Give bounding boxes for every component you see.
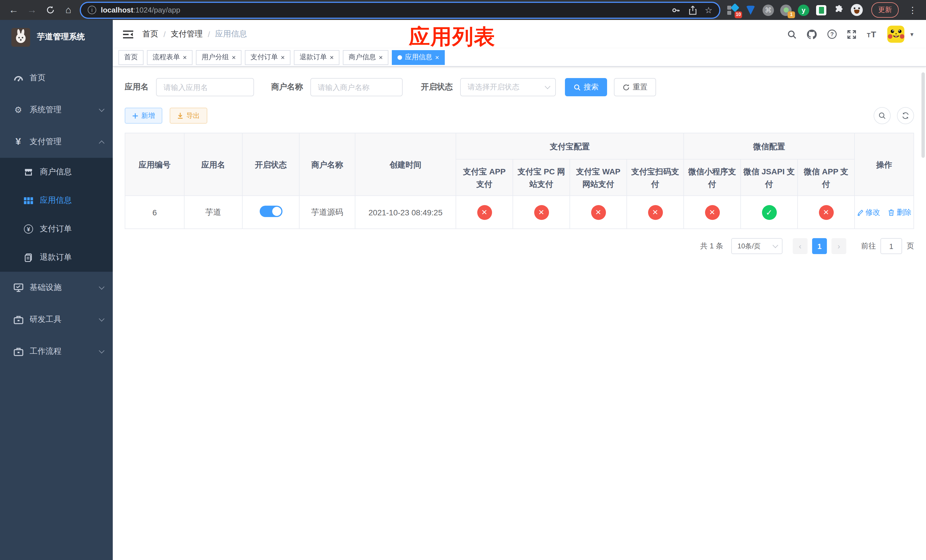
add-button[interactable]: 新增	[125, 107, 162, 124]
breadcrumb-payment[interactable]: 支付管理	[171, 29, 203, 39]
ext-recorder-icon[interactable]: 1	[780, 4, 791, 16]
site-info-icon[interactable]: i	[88, 6, 96, 14]
page-size-select[interactable]: 10条/页	[731, 238, 782, 254]
tab-item[interactable]: 流程表单×	[147, 50, 192, 65]
monitor-icon	[12, 283, 24, 292]
prev-page-button[interactable]: ‹	[793, 238, 808, 254]
close-icon[interactable]: ×	[183, 54, 187, 61]
alipay-qr-status-icon	[648, 205, 663, 219]
share-icon[interactable]	[688, 5, 697, 15]
tab-item[interactable]: 退款订单×	[294, 50, 339, 65]
user-avatar[interactable]	[888, 26, 905, 43]
sidebar-toggle-icon[interactable]	[123, 30, 133, 38]
sidebar-item-infrastructure[interactable]: 基础设施	[0, 272, 113, 304]
sidebar-item-label: 首页	[30, 73, 104, 83]
cell-status	[242, 196, 299, 229]
tab-item[interactable]: 首页	[118, 50, 144, 65]
delete-link[interactable]: 删除	[888, 207, 911, 217]
cell-create-time: 2021-10-23 08:49:25	[355, 196, 456, 229]
browser-menu-icon[interactable]: ⋮	[905, 5, 919, 15]
close-icon[interactable]: ×	[232, 54, 236, 61]
hide-search-button[interactable]	[874, 107, 891, 124]
browser-home-icon[interactable]: ⌂	[61, 2, 76, 18]
scrollbar-thumb[interactable]	[921, 73, 925, 158]
sidebar-item-merchant-info[interactable]: 商户信息	[0, 158, 113, 186]
extensions-puzzle-icon[interactable]	[833, 4, 844, 16]
url-text[interactable]: localhost:1024/pay/app	[101, 6, 667, 14]
sidebar-item-app-info[interactable]: 应用信息	[0, 186, 113, 215]
goto-unit: 页	[906, 241, 914, 251]
export-button[interactable]: 导出	[170, 107, 207, 124]
tab-item[interactable]: 用户分组×	[196, 50, 242, 65]
wechat-jsapi-status-icon	[762, 205, 776, 219]
table-toolbar: 新增 导出	[125, 107, 914, 124]
password-key-icon[interactable]	[671, 5, 680, 15]
sidebar-item-payment-orders[interactable]: ¥ 支付订单	[0, 215, 113, 243]
col-alipay-app: 支付宝 APP 支付	[456, 159, 513, 196]
github-icon[interactable]	[807, 29, 817, 39]
tab-item-active[interactable]: 应用信息×	[392, 50, 445, 65]
sidebar-item-refund-orders[interactable]: 退款订单	[0, 243, 113, 272]
sidebar-item-label: 工作流程	[30, 347, 100, 357]
group-wechat-config: 微信配置	[684, 133, 855, 159]
col-wechat-app: 微信 APP 支付	[797, 159, 855, 196]
sidebar-item-home[interactable]: 首页	[0, 62, 113, 94]
address-bar[interactable]: i localhost:1024/pay/app ☆	[81, 3, 719, 17]
close-icon[interactable]: ×	[435, 54, 439, 61]
breadcrumb-home[interactable]: 首页	[142, 29, 158, 39]
bookmark-star-icon[interactable]: ☆	[705, 5, 713, 15]
browser-update-button[interactable]: 更新	[872, 2, 899, 18]
ext-devtools-icon[interactable]: 10	[727, 4, 738, 16]
ext-yuque-icon[interactable]: y	[798, 4, 809, 16]
tags-view-bar: 首页 流程表单× 用户分组× 支付订单× 退款订单× 商户信息× 应用信息×	[113, 48, 926, 67]
ext-notes-icon[interactable]	[816, 4, 827, 16]
reset-button[interactable]: 重置	[614, 78, 656, 96]
svg-text:?: ?	[831, 31, 834, 37]
app-logo[interactable]: 芋道管理系统	[0, 20, 113, 54]
merchant-name-input[interactable]	[310, 78, 402, 96]
yen-circle-icon: ¥	[23, 224, 34, 233]
browser-back-icon[interactable]: ←	[6, 2, 22, 18]
browser-reload-icon[interactable]	[42, 2, 58, 18]
browser-forward-icon[interactable]: →	[24, 2, 40, 18]
ext-balloon-icon[interactable]	[745, 4, 756, 16]
logo-avatar	[11, 28, 30, 47]
sidebar-item-dev-tools[interactable]: 研发工具	[0, 304, 113, 336]
close-icon[interactable]: ×	[281, 54, 285, 61]
close-icon[interactable]: ×	[379, 54, 383, 61]
search-icon[interactable]	[787, 29, 797, 39]
refresh-button[interactable]	[897, 107, 914, 124]
app-name-input[interactable]	[156, 78, 254, 96]
chevron-down-icon	[99, 348, 104, 353]
tab-item[interactable]: 商户信息×	[343, 50, 388, 65]
page-header: 首页 / 支付管理 / 应用信息 应用列表 ?	[113, 20, 926, 48]
sidebar-item-workflow[interactable]: 工作流程	[0, 336, 113, 368]
close-icon[interactable]: ×	[330, 54, 334, 61]
sidebar-item-label: 研发工具	[30, 315, 100, 325]
sidebar-item-payment[interactable]: ¥ 支付管理	[0, 126, 113, 158]
goto-page-input[interactable]	[881, 238, 902, 254]
alipay-pc-status-icon	[534, 205, 549, 219]
browser-profile-avatar[interactable]	[851, 4, 863, 16]
sidebar-item-label: 退款订单	[40, 252, 72, 263]
status-toggle[interactable]	[259, 206, 282, 217]
status-select[interactable]: 请选择开启状态	[460, 78, 556, 96]
sidebar-item-label: 支付管理	[30, 137, 100, 147]
group-alipay-config: 支付宝配置	[456, 133, 684, 159]
font-size-icon[interactable]: TT	[867, 30, 878, 39]
search-button[interactable]: 搜索	[565, 78, 607, 96]
tab-item[interactable]: 支付订单×	[245, 50, 291, 65]
next-page-button[interactable]: ›	[831, 238, 846, 254]
dashboard-icon	[12, 73, 24, 83]
edit-link[interactable]: 修改	[857, 207, 880, 217]
url-host: localhost	[101, 6, 133, 14]
page-number-1[interactable]: 1	[812, 238, 827, 254]
sidebar-item-system[interactable]: ⚙ 系统管理	[0, 94, 113, 126]
avatar-caret-icon[interactable]: ▾	[910, 30, 914, 38]
extensions-area: 10 ⌘ 1 y 更新 ⋮	[726, 2, 920, 18]
fullscreen-icon[interactable]	[847, 29, 857, 39]
sidebar-item-label: 商户信息	[40, 167, 72, 177]
help-icon[interactable]: ?	[827, 29, 837, 39]
ext-command-icon[interactable]: ⌘	[763, 4, 774, 16]
cell-app-id: 6	[125, 196, 184, 229]
